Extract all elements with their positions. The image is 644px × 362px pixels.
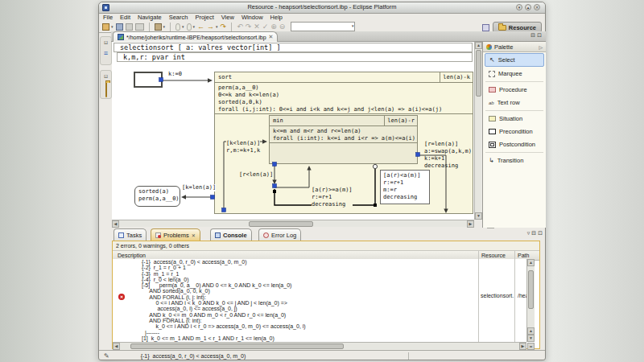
folder-view-icon[interactable] [101,83,111,97]
build-dropdown-icon[interactable]: ▾ [163,24,166,29]
scroll-up-icon[interactable]: ▲ [475,42,482,49]
palette-pin-icon[interactable]: ▷ [539,44,543,50]
tab-error-log[interactable]: Error Log [258,228,301,241]
forward-dropdown-icon[interactable]: ▾ [216,24,218,29]
problems-tab-close-icon[interactable]: ✕ [192,232,196,238]
undo-icon[interactable]: ↶ [237,23,243,31]
label-ge-branch[interactable]: [a(r)>=a(m)]r:=r+1decreasing [312,165,353,208]
window-close-button[interactable]: ✕ [534,4,540,10]
menu-item[interactable]: Navigate [138,14,162,21]
tab-console[interactable]: Console [210,228,252,241]
label-enter-min[interactable]: [k<len(a)]r,m:=k+1,k [226,118,260,154]
problem-row[interactable]: [-5] perm(a_0, a__0) AND 0 <= k_0 AND k_… [113,282,526,288]
palette-item-postcondition[interactable]: Postcondition [485,138,544,150]
menu-item[interactable]: View [221,14,234,21]
save-all-icon[interactable] [126,23,133,31]
check-icon[interactable]: ✓ [262,23,269,31]
scroll-right-icon[interactable]: ▶ [467,220,474,228]
menu-item[interactable]: Project [195,14,213,21]
open-perspective-icon[interactable] [482,24,489,31]
final-state-box[interactable]: sorted(a)perm(a,a__0) [134,186,180,207]
label-init-assign[interactable]: k:=0 [168,71,182,78]
scroll-down-icon[interactable]: ▼ [527,335,535,342]
new-wizard-icon[interactable] [102,23,109,31]
hscroll-thumb[interactable] [249,221,313,227]
resource-cell[interactable]: selectionsort. [481,293,514,298]
problem-row[interactable]: |------- [113,330,526,335]
tab-problems[interactable]: Problems ✕ [151,228,200,241]
palette-item-marquee[interactable]: Marquee [485,68,544,80]
canvas-vscrollbar[interactable]: ▲ ▼ [474,42,481,220]
palette-item-situation[interactable]: Situation [485,113,544,125]
navigator-view-icon[interactable]: ≡ [101,49,111,57]
scroll-down-icon[interactable]: ▼ [475,212,482,220]
run-dropdown-icon[interactable]: ▾ [182,24,184,29]
maximize-view-icon[interactable]: ⊡ [537,32,543,38]
initial-state-box[interactable] [134,72,163,88]
menu-item[interactable]: Search [169,14,188,21]
back-icon[interactable]: ← [197,23,204,31]
zoom-out-icon[interactable]: ⊖ [279,23,286,31]
label-r-lt-len[interactable]: [r<len(a)] [239,171,273,179]
window-maximize-button[interactable]: ▴ [525,4,531,10]
problem-row[interactable]: 0 <= i AND i < k_0 AND k_0 <= j AND j < … [113,300,526,306]
debug-dropdown-icon[interactable]: ▾ [193,24,196,29]
print-icon[interactable] [135,23,144,31]
combo-dropdown-icon[interactable]: ▾ [352,23,354,28]
scroll-up-icon[interactable]: ▲ [527,259,535,266]
problem-row[interactable]: access(a_0, i) <= access(a_0, j) [113,306,526,311]
problem-row[interactable]: AND k_0 <= m_0 AND m_0 < r_0 AND r_0 <= … [113,312,526,318]
hscroll-thumb[interactable] [130,343,344,349]
diagram-canvas[interactable]: selectionsort [ a: valres vector[int] ] … [112,42,474,220]
menu-item[interactable]: Window [242,14,263,21]
situation-min[interactable]: min len(a)-r k<=m and m<r and r<=len(a)f… [269,115,418,164]
forward-icon[interactable]: → [207,23,214,31]
problem-row[interactable]: {-3} m_1 = r_1 [113,271,526,277]
problem-row[interactable]: [1] k_0 <= m_1 AND m_1 < r_1 AND r_1 <= … [113,335,526,341]
problem-row[interactable]: {-2} r_1 = r_0 + 1 [113,265,526,270]
label-lt-branch[interactable]: [a(r)<a(m)]r:=r+1m:=rdecreasing [380,170,430,204]
problem-row[interactable]: {-1} access(a_0, r_0) < access(a_0, m_0) [113,259,526,265]
palette-item-select[interactable]: ↖ Select [485,53,544,67]
problems-vscrollbar[interactable]: ▲ ▲ ▼ [526,259,535,342]
procedure-header[interactable]: selectionsort [ a: valres vector[int] ] [114,43,473,52]
tab-tasks[interactable]: Tasks [114,228,147,241]
label-swap-branch[interactable]: [r=len(a)]a:=swap(a,k,m)k:=k+1decreasing [424,119,472,170]
title-bar[interactable]: Resource - heapsort/selectionsort.ibp - … [99,2,545,14]
run-last-icon[interactable] [175,23,180,31]
scroll-right-icon[interactable]: ▶ [519,343,526,350]
scroll-left-icon[interactable]: ◀ [113,343,120,350]
vscroll-thumb[interactable] [528,270,534,309]
canvas-hscrollbar[interactable]: ◀ ▶ [112,220,474,227]
build-icon[interactable] [155,23,162,31]
toolbar-combo[interactable]: ▾ [291,22,355,31]
menu-item[interactable]: Edit [120,14,130,21]
label-exit-guard[interactable]: [k=len(a)] [182,184,216,191]
vscroll-thumb[interactable] [476,50,481,97]
problem-row[interactable]: AND sorted(a_0, 0, k_0) [113,288,526,294]
problem-row[interactable]: k_0 <= i AND i < r_0 => access(a_0, m_0)… [113,323,526,329]
editor-tab[interactable]: */home/joheriks/runtime-IBPE/heapsort/se… [113,31,278,42]
palette-item-textrow[interactable]: ab Text row [485,97,544,109]
col-path[interactable]: Path [518,253,529,258]
last-edit-icon[interactable]: ↷ [221,23,227,31]
procedure-vars-row[interactable]: k,m,r: pvar int [117,52,473,62]
col-resource[interactable]: Resource [481,253,506,258]
new-dropdown-icon[interactable]: ▾ [111,24,114,29]
zoom-in-icon[interactable]: ⊕ [270,23,277,31]
redo-icon[interactable]: ↷ [246,23,252,31]
panel-minimize-icon[interactable]: ⊟ [531,230,538,236]
delete-icon[interactable]: ✕ [254,23,260,31]
col-description[interactable]: Description [118,253,146,258]
debug-last-icon[interactable] [187,23,192,31]
minimize-view-icon[interactable]: ⊟ [530,32,537,38]
problem-row[interactable]: AND FORALL (i, j: int): [113,294,526,300]
palette-header[interactable]: Palette ▷ [483,42,546,52]
problem-row[interactable]: AND FORALL (i: int): [113,318,526,323]
panel-maximize-icon[interactable]: ⊡ [538,230,544,236]
panel-scroll-corner[interactable]: ◂▸ [527,343,535,350]
scroll-up2-icon[interactable]: ▲ [527,327,535,335]
palette-item-procedure[interactable]: Procedure [485,84,544,96]
problem-row[interactable]: {-4} r_0 < len(a_0) [113,277,526,282]
restore-view-icon[interactable]: ⊡ [101,39,111,47]
